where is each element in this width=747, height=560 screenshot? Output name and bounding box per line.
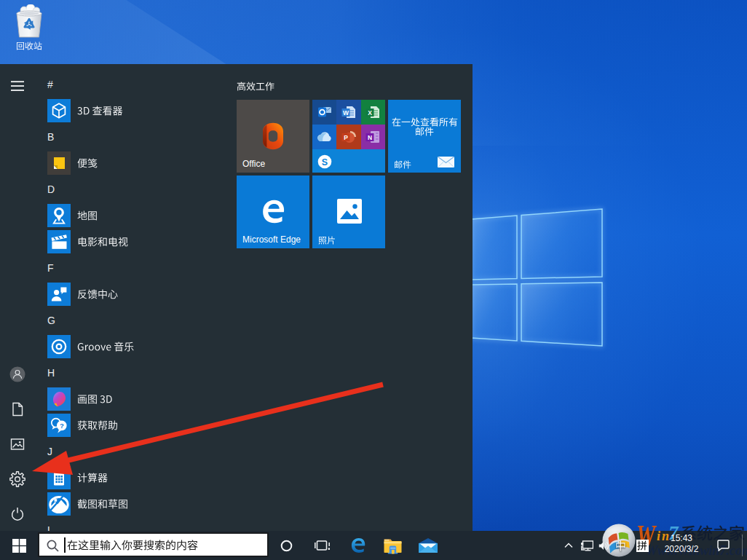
app-label bbox=[77, 386, 113, 412]
edge-tile-logo bbox=[258, 197, 288, 226]
svg-text:S: S bbox=[321, 157, 327, 167]
documents-icon bbox=[10, 402, 25, 417]
ime-mode-indicator[interactable] bbox=[612, 531, 628, 560]
cortana-button[interactable] bbox=[274, 531, 299, 560]
taskbar-edge-button[interactable] bbox=[344, 531, 373, 560]
tile-office[interactable]: Office bbox=[237, 100, 309, 173]
settings-icon bbox=[9, 471, 25, 487]
maps-icon bbox=[47, 204, 71, 227]
start-menu-rail bbox=[0, 64, 35, 531]
app-list-item-groove-music[interactable] bbox=[47, 334, 229, 360]
user-icon bbox=[9, 366, 25, 382]
pictures-button[interactable] bbox=[0, 427, 35, 462]
power-icon bbox=[10, 507, 25, 521]
skype-icon[interactable]: S bbox=[312, 149, 336, 173]
svg-text:P: P bbox=[344, 134, 348, 141]
app-label bbox=[77, 334, 134, 360]
mail-tile-envelope-icon bbox=[438, 157, 454, 167]
show-desktop-separator[interactable] bbox=[742, 535, 743, 556]
tile-mail[interactable] bbox=[388, 100, 461, 173]
app-label bbox=[77, 465, 108, 491]
tile-edge-label: Microsoft Edge bbox=[242, 234, 301, 245]
groove-music-icon bbox=[47, 335, 71, 358]
tile-office-group[interactable]: W X bbox=[312, 100, 385, 173]
recycle-bin-label bbox=[9, 42, 50, 50]
app-label bbox=[77, 229, 128, 255]
taskbar-search-box[interactable] bbox=[38, 532, 269, 557]
tile-photos[interactable] bbox=[312, 176, 385, 248]
start-button[interactable] bbox=[6, 531, 32, 560]
onedrive-icon[interactable] bbox=[312, 125, 336, 149]
action-center-button[interactable] bbox=[712, 531, 734, 560]
app-label bbox=[77, 98, 123, 124]
recycle-bin-desktop-icon[interactable] bbox=[9, 4, 50, 52]
power-button[interactable] bbox=[0, 497, 35, 532]
task-view-button[interactable] bbox=[309, 531, 335, 560]
app-section-letter[interactable]: B bbox=[47, 124, 74, 150]
app-list-item-movies-tv[interactable] bbox=[47, 229, 229, 255]
user-account-button[interactable] bbox=[0, 357, 35, 392]
app-section-letter[interactable]: F bbox=[47, 255, 74, 281]
tray-date: 2020/3/2 bbox=[657, 544, 706, 555]
network-icon bbox=[581, 540, 593, 551]
tile-office-label: Office bbox=[242, 159, 265, 169]
app-label bbox=[77, 202, 98, 229]
app-section-letter[interactable]: # bbox=[47, 71, 74, 98]
office-group-tile-row: S bbox=[312, 149, 385, 173]
mail-tile-promo-line1 bbox=[392, 117, 458, 127]
app-section-letter[interactable]: D bbox=[47, 176, 74, 202]
mail-tile-promo-text bbox=[388, 117, 461, 136]
expand-menu-button[interactable] bbox=[0, 68, 35, 103]
app-list-item-maps[interactable] bbox=[47, 202, 229, 229]
tray-network-button[interactable] bbox=[578, 531, 596, 560]
task-view-icon bbox=[315, 539, 330, 553]
excel-icon[interactable]: X bbox=[361, 100, 385, 125]
tray-volume-button[interactable] bbox=[596, 531, 612, 560]
edge-taskbar-icon bbox=[349, 536, 368, 555]
tile-group-title[interactable] bbox=[237, 79, 274, 92]
app-list-item-calculator[interactable] bbox=[47, 465, 229, 491]
powerpoint-icon[interactable]: P bbox=[336, 125, 360, 149]
onenote-icon[interactable]: N bbox=[361, 125, 385, 149]
calculator-icon bbox=[47, 466, 71, 489]
ime-language-indicator[interactable] bbox=[632, 531, 652, 560]
tray-clock[interactable]: 15:43 2020/3/2 bbox=[657, 533, 706, 558]
tile-edge[interactable]: Microsoft Edge bbox=[237, 176, 309, 248]
app-section-letter[interactable]: G bbox=[47, 307, 74, 334]
word-icon[interactable]: W bbox=[336, 100, 360, 125]
app-list-item-snip-sketch[interactable] bbox=[47, 491, 229, 517]
app-section-letter[interactable]: H bbox=[47, 360, 74, 386]
photos-tile-icon bbox=[336, 198, 363, 224]
mail-tile-promo-line2 bbox=[415, 127, 434, 136]
taskbar-mail-button[interactable] bbox=[414, 531, 443, 560]
svg-text:?: ? bbox=[60, 422, 64, 430]
start-menu: # B D bbox=[0, 64, 473, 531]
app-list-item-feedback-hub[interactable] bbox=[47, 281, 229, 307]
outlook-icon[interactable] bbox=[312, 100, 336, 125]
app-label bbox=[77, 150, 98, 176]
tray-chevron-button[interactable] bbox=[561, 531, 577, 560]
hamburger-icon bbox=[10, 79, 25, 93]
sticky-notes-icon bbox=[47, 151, 71, 175]
start-icon bbox=[12, 539, 26, 553]
volume-icon bbox=[598, 541, 609, 551]
search-caret bbox=[64, 537, 66, 553]
office-logo-icon bbox=[262, 122, 284, 150]
app-list-item-3d-viewer[interactable] bbox=[47, 98, 229, 124]
svg-text:N: N bbox=[368, 134, 372, 141]
pictures-icon bbox=[10, 437, 25, 451]
file-explorer-icon bbox=[383, 537, 403, 554]
app-list-item-get-help[interactable]: ? bbox=[47, 412, 229, 438]
app-list-item-sticky-notes[interactable] bbox=[47, 150, 229, 176]
office-group-tile-row: W X bbox=[312, 100, 385, 125]
app-list-item-paint-3d[interactable] bbox=[47, 386, 229, 412]
search-placeholder bbox=[67, 540, 198, 551]
documents-button[interactable] bbox=[0, 392, 35, 427]
app-section-letter[interactable]: J bbox=[47, 438, 74, 465]
action-center-icon bbox=[717, 540, 730, 551]
recycle-bin-icon bbox=[9, 4, 50, 41]
ime-language-badge bbox=[636, 540, 649, 552]
file-explorer-button[interactable] bbox=[378, 531, 407, 560]
tile-mail-label bbox=[394, 160, 411, 169]
settings-button[interactable] bbox=[0, 462, 35, 497]
